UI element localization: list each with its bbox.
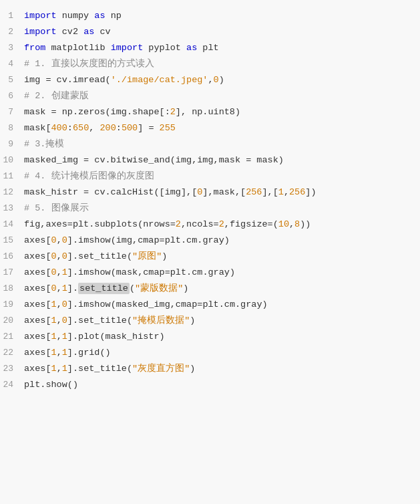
code-line-11: 11# 4. 统计掩模后图像的灰度图 xyxy=(0,168,420,184)
code-line-18: 18axes[0,1].set_title("蒙版数据") xyxy=(0,281,420,297)
line-number-12: 12 xyxy=(0,186,24,200)
code-line-24: 24plt.show() xyxy=(0,377,420,393)
code-line-14: 14fig,axes=plt.subplots(nrows=2,ncols=2,… xyxy=(0,217,420,233)
line-number-2: 2 xyxy=(0,25,24,39)
line-number-10: 10 xyxy=(0,154,24,168)
line-number-20: 20 xyxy=(0,314,24,328)
line-number-17: 17 xyxy=(0,266,24,280)
line-number-7: 7 xyxy=(0,106,24,120)
line-number-24: 24 xyxy=(0,378,24,392)
line-number-8: 8 xyxy=(0,122,24,136)
line-content-18: axes[0,1].set_title("蒙版数据") xyxy=(24,281,420,296)
line-content-23: axes[1,1].set_title("灰度直方图") xyxy=(24,362,420,376)
line-number-9: 9 xyxy=(0,138,24,152)
line-content-21: axes[1,1].plot(mask_histr) xyxy=(24,330,420,344)
line-content-8: mask[400:650, 200:500] = 255 xyxy=(24,121,420,136)
line-content-13: # 5. 图像展示 xyxy=(24,201,420,216)
code-line-23: 23axes[1,1].set_title("灰度直方图") xyxy=(0,361,420,377)
code-editor: 1import numpy as np2import cv2 as cv3fro… xyxy=(0,0,420,504)
code-line-1: 1import numpy as np xyxy=(0,8,420,24)
line-content-15: axes[0,0].imshow(img,cmap=plt.cm.gray) xyxy=(24,233,420,248)
code-line-15: 15axes[0,0].imshow(img,cmap=plt.cm.gray) xyxy=(0,233,420,249)
line-content-2: import cv2 as cv xyxy=(24,25,420,39)
line-content-4: # 1. 直接以灰度图的方式读入 xyxy=(24,57,420,72)
line-content-19: axes[1,0].imshow(masked_img,cmap=plt.cm.… xyxy=(24,297,420,312)
code-line-22: 22axes[1,1].grid() xyxy=(0,345,420,361)
line-number-13: 13 xyxy=(0,202,24,216)
code-line-21: 21axes[1,1].plot(mask_histr) xyxy=(0,329,420,345)
code-line-8: 8mask[400:650, 200:500] = 255 xyxy=(0,120,420,136)
line-content-3: from matplotlib import pyplot as plt xyxy=(24,41,420,55)
code-line-10: 10masked_img = cv.bitwise_and(img,img,ma… xyxy=(0,152,420,168)
code-line-16: 16axes[0,0].set_title("原图") xyxy=(0,249,420,265)
code-line-4: 4# 1. 直接以灰度图的方式读入 xyxy=(0,56,420,72)
code-line-9: 9# 3.掩模 xyxy=(0,136,420,152)
line-content-10: masked_img = cv.bitwise_and(img,img,mask… xyxy=(24,153,420,168)
line-number-6: 6 xyxy=(0,90,24,104)
line-number-23: 23 xyxy=(0,362,24,376)
line-content-7: mask = np.zeros(img.shape[:2], np.uint8) xyxy=(24,105,420,120)
code-line-6: 6# 2. 创建蒙版 xyxy=(0,88,420,104)
line-number-5: 5 xyxy=(0,74,24,88)
line-number-15: 15 xyxy=(0,234,24,248)
code-line-7: 7mask = np.zeros(img.shape[:2], np.uint8… xyxy=(0,104,420,120)
line-content-11: # 4. 统计掩模后图像的灰度图 xyxy=(24,169,420,184)
line-content-22: axes[1,1].grid() xyxy=(24,346,420,360)
line-number-18: 18 xyxy=(0,282,24,296)
line-content-6: # 2. 创建蒙版 xyxy=(24,89,420,104)
line-number-14: 14 xyxy=(0,218,24,232)
code-line-20: 20axes[1,0].set_title("掩模后数据") xyxy=(0,313,420,329)
line-number-22: 22 xyxy=(0,346,24,360)
line-content-24: plt.show() xyxy=(24,378,420,392)
code-line-12: 12mask_histr = cv.calcHist([img],[0],mas… xyxy=(0,184,420,201)
code-line-3: 3from matplotlib import pyplot as plt xyxy=(0,40,420,56)
line-number-11: 11 xyxy=(0,170,24,184)
line-content-20: axes[1,0].set_title("掩模后数据") xyxy=(24,313,420,328)
code-line-5: 5img = cv.imread('./image/cat.jpeg',0) xyxy=(0,72,420,88)
line-content-16: axes[0,0].set_title("原图") xyxy=(24,249,420,264)
line-content-9: # 3.掩模 xyxy=(24,137,420,152)
line-content-17: axes[0,1].imshow(mask,cmap=plt.cm.gray) xyxy=(24,265,420,280)
line-content-1: import numpy as np xyxy=(24,9,420,23)
line-number-16: 16 xyxy=(0,250,24,264)
line-content-5: img = cv.imread('./image/cat.jpeg',0) xyxy=(24,73,420,88)
code-line-2: 2import cv2 as cv xyxy=(0,24,420,40)
line-number-4: 4 xyxy=(0,57,24,72)
line-content-12: mask_histr = cv.calcHist([img],[0],mask,… xyxy=(24,185,420,200)
line-number-21: 21 xyxy=(0,330,24,344)
line-number-1: 1 xyxy=(0,9,24,23)
line-number-19: 19 xyxy=(0,298,24,312)
code-line-17: 17axes[0,1].imshow(mask,cmap=plt.cm.gray… xyxy=(0,265,420,281)
line-number-3: 3 xyxy=(0,41,24,55)
line-content-14: fig,axes=plt.subplots(nrows=2,ncols=2,fi… xyxy=(24,217,420,232)
code-line-19: 19axes[1,0].imshow(masked_img,cmap=plt.c… xyxy=(0,297,420,313)
code-line-13: 13# 5. 图像展示 xyxy=(0,201,420,217)
